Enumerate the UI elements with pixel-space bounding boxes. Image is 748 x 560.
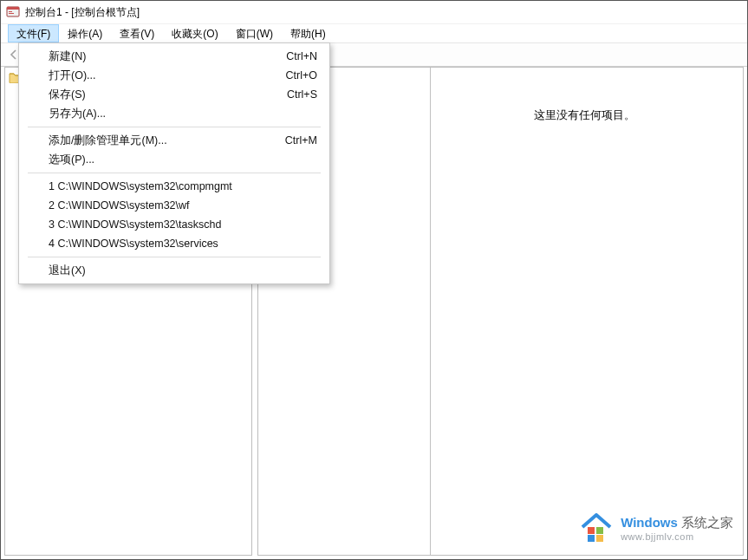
menu-separator [28,173,321,173]
svg-rect-3 [9,13,14,14]
menu-help[interactable]: 帮助(H) [282,24,335,42]
menu-separator [28,257,321,257]
menu-item-shortcut: Ctrl+O [286,69,317,81]
menu-item-label: 打开(O)... [49,68,95,83]
inner-splitter[interactable] [430,68,431,555]
file-menu-new[interactable]: 新建(N) Ctrl+N [19,47,329,66]
svg-rect-6 [588,527,595,534]
file-menu-recent-1[interactable]: 1 C:\WINDOWS\system32\compmgmt [19,177,329,196]
menu-action[interactable]: 操作(A) [59,24,111,42]
menu-view[interactable]: 查看(V) [111,24,163,42]
menu-item-label: 1 C:\WINDOWS\system32\compmgmt [49,180,232,192]
window-title: 控制台1 - [控制台根节点] [25,5,140,20]
watermark-title: Windows 系统之家 [621,515,733,531]
menu-item-label: 4 C:\WINDOWS\system32\services [49,238,218,250]
file-menu-saveas[interactable]: 另存为(A)... [19,104,329,123]
menu-item-label: 选项(P)... [49,153,94,167]
svg-rect-8 [588,535,595,542]
watermark-title-prefix: Windows [621,515,678,530]
menubar: 文件(F) 操作(A) 查看(V) 收藏夹(O) 窗口(W) 帮助(H) [1,23,747,42]
watermark: Windows 系统之家 www.bjjmlv.com [579,511,733,547]
file-menu-snapin[interactable]: 添加/删除管理单元(M)... Ctrl+M [19,131,329,150]
menu-separator [28,127,321,127]
svg-rect-1 [7,7,19,10]
house-icon [579,511,614,547]
file-menu-dropdown: 新建(N) Ctrl+N 打开(O)... Ctrl+O 保存(S) Ctrl+… [18,42,330,284]
svg-rect-2 [9,11,12,12]
menu-item-label: 另存为(A)... [49,107,106,121]
svg-rect-9 [596,535,603,542]
menu-favorites[interactable]: 收藏夹(O) [163,24,226,42]
file-menu-recent-2[interactable]: 2 C:\WINDOWS\system32\wf [19,196,329,215]
menu-item-label: 2 C:\WINDOWS\system32\wf [49,199,190,212]
menu-file[interactable]: 文件(F) [8,24,59,42]
menu-item-label: 新建(N) [49,49,86,64]
file-menu-options[interactable]: 选项(P)... [19,150,329,169]
file-menu-save[interactable]: 保存(S) Ctrl+S [19,85,329,104]
menu-item-shortcut: Ctrl+M [285,134,317,147]
mmc-app-icon [6,5,20,19]
svg-rect-7 [596,527,603,534]
menu-item-shortcut: Ctrl+S [287,88,317,101]
menu-item-label: 添加/删除管理单元(M)... [49,133,167,148]
content-pane: 这里没有任何项目。 [257,67,744,556]
watermark-text: Windows 系统之家 www.bjjmlv.com [621,515,733,544]
menu-window[interactable]: 窗口(W) [227,24,282,42]
file-menu-open[interactable]: 打开(O)... Ctrl+O [19,66,329,85]
file-menu-recent-3[interactable]: 3 C:\WINDOWS\system32\taskschd [19,215,329,234]
empty-message: 这里没有任何项目。 [440,107,729,123]
menu-item-label: 3 C:\WINDOWS\system32\taskschd [49,218,221,231]
file-menu-recent-4[interactable]: 4 C:\WINDOWS\system32\services [19,234,329,253]
watermark-title-suffix: 系统之家 [678,515,733,530]
file-menu-exit[interactable]: 退出(X) [19,261,329,280]
titlebar: 控制台1 - [控制台根节点] [1,1,747,23]
watermark-url: www.bjjmlv.com [621,531,733,544]
menu-item-shortcut: Ctrl+N [286,50,317,62]
menu-item-label: 保存(S) [49,88,86,102]
menu-item-label: 退出(X) [49,264,86,278]
